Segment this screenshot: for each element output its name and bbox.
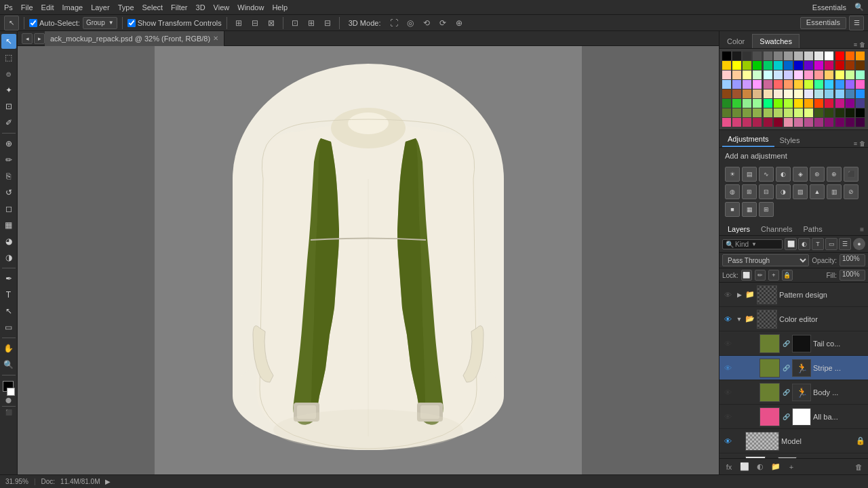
tab-close[interactable]: ✕ <box>213 35 218 42</box>
link-stripe[interactable]: 🔗 <box>782 364 790 372</box>
swatch-5-7[interactable] <box>794 99 803 108</box>
foreground-color[interactable] <box>1 381 16 396</box>
swatch-2-4[interactable] <box>764 70 772 79</box>
main-tab[interactable]: ack_mockup_repack.psd @ 32% (Front, RGB/… <box>45 31 224 46</box>
layer-body[interactable]: 👁 🔗 🏃 Body ... <box>719 380 868 405</box>
menu-help[interactable]: Help <box>272 3 288 12</box>
swatch-5-3[interactable] <box>753 99 762 108</box>
swatch-6-9[interactable] <box>814 108 823 117</box>
swatch-3-10[interactable] <box>825 80 833 89</box>
adj-pattern[interactable]: ⊞ <box>759 202 774 217</box>
swatch-0-0[interactable] <box>722 52 731 60</box>
swatch-6-10[interactable] <box>825 108 833 117</box>
essentials-btn[interactable]: Essentials <box>800 17 846 29</box>
swatch-3-3[interactable] <box>753 80 762 89</box>
adj-selective-color[interactable]: ⊘ <box>844 184 859 199</box>
opacity-value[interactable]: 100% <box>840 254 865 266</box>
adj-solid-color[interactable]: ■ <box>725 202 740 217</box>
show-transform-checkbox[interactable] <box>127 19 136 27</box>
link-all-ba[interactable]: 🔗 <box>782 413 790 421</box>
swatch-4-4[interactable] <box>764 89 772 98</box>
swatch-1-3[interactable] <box>753 61 762 70</box>
swatch-6-4[interactable] <box>764 108 772 117</box>
swatch-7-1[interactable] <box>732 118 741 127</box>
menu-edit[interactable]: Edit <box>41 3 54 12</box>
swatch-1-6[interactable] <box>784 61 793 70</box>
swatch-5-9[interactable] <box>814 99 823 108</box>
tab-color[interactable]: Color <box>719 34 752 48</box>
swatch-3-6[interactable] <box>784 80 793 89</box>
adj-brightness[interactable]: ☀ <box>725 167 740 182</box>
3d-icon5[interactable]: ⊕ <box>452 16 466 30</box>
layer-fx-icon[interactable]: fx <box>722 460 736 474</box>
swatch-3-1[interactable] <box>732 80 741 89</box>
valign-bot-icon[interactable]: ⊟ <box>321 16 334 30</box>
swatch-2-5[interactable] <box>774 70 783 79</box>
quick-mask[interactable]: ⬤ <box>5 397 12 403</box>
swatch-7-2[interactable] <box>743 118 751 127</box>
3d-icon3[interactable]: ⟲ <box>420 16 433 30</box>
swatch-4-8[interactable] <box>804 89 813 98</box>
swatches-menu-icon[interactable]: ≡ <box>854 41 857 48</box>
adj-threshold[interactable]: ▲ <box>810 184 825 199</box>
adj-color-balance[interactable]: ⊕ <box>827 167 842 182</box>
tab-paths[interactable]: Paths <box>798 223 828 235</box>
layers-menu-icon[interactable]: ≡ <box>856 224 868 235</box>
swatch-3-11[interactable] <box>835 80 844 89</box>
layer-tail-co[interactable]: 👁 🔗 Tail co... <box>719 331 868 356</box>
blur-tool[interactable]: ◕ <box>1 234 16 249</box>
adj-gradient[interactable]: ▦ <box>742 202 757 217</box>
swatch-1-5[interactable] <box>774 61 783 70</box>
swatch-6-13[interactable] <box>856 108 865 117</box>
swatch-0-4[interactable] <box>764 52 772 60</box>
visibility-color-editor[interactable]: 👁 <box>722 314 733 325</box>
workspace-icon[interactable]: ☰ <box>849 16 864 30</box>
tab-adjustments[interactable]: Adjustments <box>722 132 774 147</box>
essentials-label[interactable]: Essentials <box>812 3 846 12</box>
swatch-4-11[interactable] <box>835 89 844 98</box>
swatch-6-8[interactable] <box>804 108 813 117</box>
swatch-2-10[interactable] <box>825 70 833 79</box>
layer-color-editor[interactable]: 👁 ▼ 📂 Color editor <box>719 307 868 331</box>
menu-3d[interactable]: 3D <box>196 3 205 12</box>
3d-icon4[interactable]: ⟳ <box>436 16 450 30</box>
swatch-0-13[interactable] <box>856 52 865 60</box>
auto-select-checkbox[interactable] <box>29 19 37 27</box>
swatch-0-1[interactable] <box>732 52 741 60</box>
menu-type[interactable]: Type <box>118 3 134 12</box>
filter-type-icon[interactable]: T <box>812 238 824 250</box>
swatch-3-2[interactable] <box>743 80 751 89</box>
swatch-5-8[interactable] <box>804 99 813 108</box>
filter-smartobj-icon[interactable]: ☰ <box>839 238 851 250</box>
valign-top-icon[interactable]: ⊡ <box>288 16 302 30</box>
swatch-7-11[interactable] <box>835 118 844 127</box>
adj-posterize[interactable]: ▨ <box>793 184 808 199</box>
swatch-5-11[interactable] <box>835 99 844 108</box>
layer-bg-color[interactable]: 👁 🔗 BG color <box>719 453 868 458</box>
swatch-3-9[interactable] <box>814 80 823 89</box>
swatch-6-2[interactable] <box>743 108 751 117</box>
fill-value[interactable]: 100% <box>840 270 865 281</box>
swatch-5-6[interactable] <box>784 99 793 108</box>
menu-image[interactable]: Image <box>62 3 83 12</box>
swatch-4-5[interactable] <box>774 89 783 98</box>
status-arrow[interactable]: ▶ <box>105 478 111 485</box>
swatch-7-7[interactable] <box>794 118 803 127</box>
swatch-3-8[interactable] <box>804 80 813 89</box>
swatch-0-6[interactable] <box>784 52 793 60</box>
swatches-delete-icon[interactable]: 🗑 <box>859 41 865 48</box>
swatch-5-12[interactable] <box>846 99 854 108</box>
swatch-0-12[interactable] <box>846 52 854 60</box>
swatch-4-9[interactable] <box>814 89 823 98</box>
menu-search[interactable]: 🔍 <box>854 3 864 12</box>
adj-gradient-map[interactable]: ▥ <box>827 184 842 199</box>
quick-select-tool[interactable]: ✦ <box>1 83 16 98</box>
marquee-tool[interactable]: ⬚ <box>1 50 16 65</box>
layer-stripe[interactable]: 👁 🔗 🏃 Stripe ... <box>719 356 868 380</box>
align-center-icon[interactable]: ⊟ <box>248 16 262 30</box>
adj-curves[interactable]: ∿ <box>759 167 774 182</box>
swatch-4-6[interactable] <box>784 89 793 98</box>
menu-layer[interactable]: Layer <box>91 3 110 12</box>
swatch-2-1[interactable] <box>732 70 741 79</box>
3d-icon1[interactable]: ⛶ <box>387 16 401 30</box>
